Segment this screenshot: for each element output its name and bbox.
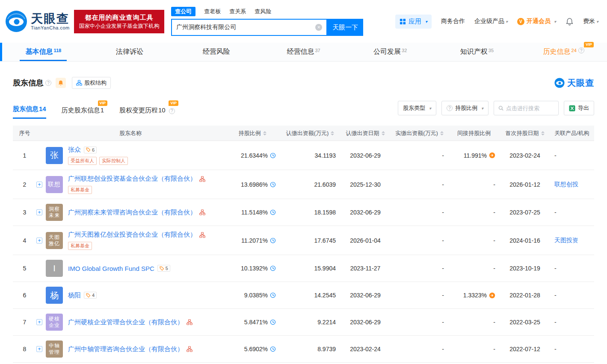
equity-structure-label: 股权结构 [84, 79, 107, 87]
sort-icon[interactable] [440, 131, 444, 135]
nav-business-cooperation[interactable]: 商务合作 [441, 18, 465, 25]
first-date-cell: 2022-01-28 [500, 292, 550, 299]
shareholder-cell: 杨杨阳4 [36, 287, 225, 304]
shareholder-cell: IIMO Global Growth Fund SPC5 [36, 260, 225, 277]
relation-count-badge[interactable]: 4 [84, 292, 97, 299]
tab-legal-proceedings[interactable]: 法律诉讼 [87, 43, 174, 61]
ratio-cell: 11.2071% [225, 237, 280, 244]
table-row: 6杨杨阳49.0385%14.25452032-06-29-1.3323%202… [13, 282, 594, 309]
nav-user-menu[interactable]: 费米 ▾ [583, 18, 598, 25]
shareholder-name-link[interactable]: 广州天图雅亿创业投资合伙企业（有限合伙） [68, 231, 196, 239]
nav-open-vip[interactable]: V 开通会员 ▾ [517, 18, 556, 25]
relation-count-badge[interactable]: 6 [84, 147, 97, 153]
equity-change-clock-icon[interactable] [270, 153, 276, 159]
expand-button[interactable]: + [36, 238, 42, 244]
tianyancha-eye-icon [554, 78, 565, 88]
indirect-ratio-cell: - [448, 265, 500, 272]
shareholder-name-link[interactable]: 张众 [68, 146, 81, 154]
subtab-shareholder-info[interactable]: 股东信息14 [13, 99, 46, 119]
equity-change-clock-icon[interactable] [270, 265, 276, 271]
tianyancha-logo[interactable]: 天眼查 TianYanCha.com [5, 10, 70, 32]
equity-change-clock-icon[interactable] [270, 346, 276, 352]
apps-button[interactable]: 应用 ▾ [395, 15, 432, 29]
search-tab-company[interactable]: 查公司 [171, 7, 195, 16]
equity-penetration-icon[interactable] [489, 292, 495, 299]
paid-amount-cell: - [391, 292, 448, 299]
equity-change-clock-icon[interactable] [270, 209, 276, 215]
company-search-input[interactable] [172, 20, 326, 35]
search-button[interactable]: 天眼一下 [327, 19, 363, 36]
help-icon[interactable]: ? [169, 108, 175, 114]
equity-structure-icon[interactable] [199, 209, 205, 215]
table-toolbar: 股东类型 ▾ ? 持股比例 ▾ 导出 [398, 101, 594, 119]
related-product-link[interactable]: 天图投资 [554, 237, 578, 244]
filter-label: 股东类型 [403, 104, 425, 112]
shareholder-name-link[interactable]: 广州中轴管理咨询合伙企业（有限合伙） [68, 345, 184, 353]
table-search-input[interactable] [506, 105, 554, 112]
header-subscribed-date[interactable]: 认缴出资日期 [340, 129, 391, 137]
expand-button[interactable]: + [36, 209, 42, 215]
header-first-date[interactable]: 首次持股日期 [500, 129, 550, 137]
expand-button[interactable]: + [36, 319, 42, 325]
search-tab-risk[interactable]: 查风险 [255, 8, 271, 15]
tab-operation-risk[interactable]: 经营风险 [173, 43, 260, 61]
subtab-history-shareholder-info[interactable]: VIP 历史股东信息1 [62, 100, 104, 119]
tab-label: 公司发展 [373, 47, 401, 56]
header-paid-amount[interactable]: 实缴出资额(万元) [391, 129, 448, 137]
sort-icon[interactable] [331, 131, 334, 135]
help-icon[interactable]: ? [45, 80, 51, 86]
help-icon[interactable]: ? [578, 47, 584, 53]
subscribed-amount-cell: 8.9739 [280, 346, 340, 352]
nav-enterprise-products[interactable]: 企业级产品 ▾ [474, 18, 508, 25]
related-product-link[interactable]: 联想创投 [554, 181, 578, 188]
subscribed-amount-cell: 17.6745 [280, 237, 340, 244]
expand-button[interactable]: + [36, 182, 42, 188]
tab-count: 24 [571, 48, 577, 53]
tab-label: 知识产权 [460, 47, 488, 56]
equity-penetration-icon[interactable] [489, 152, 495, 159]
equity-structure-icon[interactable] [187, 346, 192, 352]
grid-icon [400, 18, 406, 25]
equity-change-clock-icon[interactable] [270, 319, 276, 325]
relation-count-badge[interactable]: 5 [157, 265, 170, 272]
notification-bell-icon[interactable] [566, 18, 574, 26]
header-subscribed-amount[interactable]: 认缴出资额(万元) [280, 129, 340, 137]
equity-change-clock-icon[interactable] [270, 182, 276, 188]
equity-change-clock-icon[interactable] [270, 292, 276, 298]
equity-change-clock-icon[interactable] [270, 238, 276, 244]
tab-business-info[interactable]: 经营信息37 [260, 43, 347, 61]
shareholder-type-filter[interactable]: 股东类型 ▾ [398, 101, 436, 115]
search-tab-boss[interactable]: 查老板 [204, 8, 221, 15]
sort-icon[interactable] [382, 131, 385, 135]
ratio-cell: 5.6902% [225, 346, 280, 352]
shareholder-name-link[interactable]: 广州洞察未来管理咨询合伙企业（有限合伙） [68, 208, 196, 217]
shareholder-name-link[interactable]: 杨阳 [68, 291, 81, 299]
equity-structure-button[interactable]: 股权结构 [72, 77, 111, 89]
sort-icon[interactable] [541, 131, 545, 135]
subscribed-date-cell: 2032-06-29 [340, 209, 391, 216]
subtab-equity-change-history[interactable]: VIP 股权变更历程10 ? [119, 100, 175, 119]
ratio-cell: 5.8471% [225, 319, 280, 326]
ratio-filter[interactable]: ? 持股比例 ▾ [441, 101, 489, 115]
export-button[interactable]: 导出 [564, 101, 594, 115]
row-index: 1 [13, 152, 36, 159]
subscribed-amount-cell: 18.1598 [280, 209, 340, 216]
table-row: 8+中轴管理广州中轴管理咨询合伙企业（有限合伙）5.6902%8.9739202… [13, 336, 594, 363]
equity-structure-icon[interactable] [187, 319, 192, 325]
sort-icon[interactable] [263, 131, 266, 135]
shareholder-name-link[interactable]: IMO Global Growth Fund SPC [68, 265, 154, 272]
clear-icon[interactable]: × [315, 24, 322, 31]
tab-company-development[interactable]: 公司发展32 [347, 43, 434, 61]
equity-structure-icon[interactable] [199, 176, 205, 182]
shareholder-cell: 张张众6受益所有人实际控制人 [36, 146, 225, 165]
shareholder-name-link[interactable]: 广州硬核企业管理合伙企业（有限合伙） [68, 318, 184, 326]
header-ratio[interactable]: 持股比例 [225, 129, 280, 137]
tab-intellectual-property[interactable]: 知识产权35 [434, 43, 521, 61]
search-tab-relation[interactable]: 查关系 [229, 8, 246, 15]
shareholder-name-link[interactable]: 广州联想创业投资基金合伙企业（有限合伙） [68, 175, 196, 183]
expand-button[interactable]: + [36, 346, 42, 352]
tab-history-info[interactable]: VIP 历史信息24 ? [520, 43, 607, 61]
tab-basic-info[interactable]: 基本信息118 [0, 43, 87, 61]
equity-structure-icon[interactable] [199, 232, 205, 238]
subscribe-bell-button[interactable] [56, 78, 66, 88]
